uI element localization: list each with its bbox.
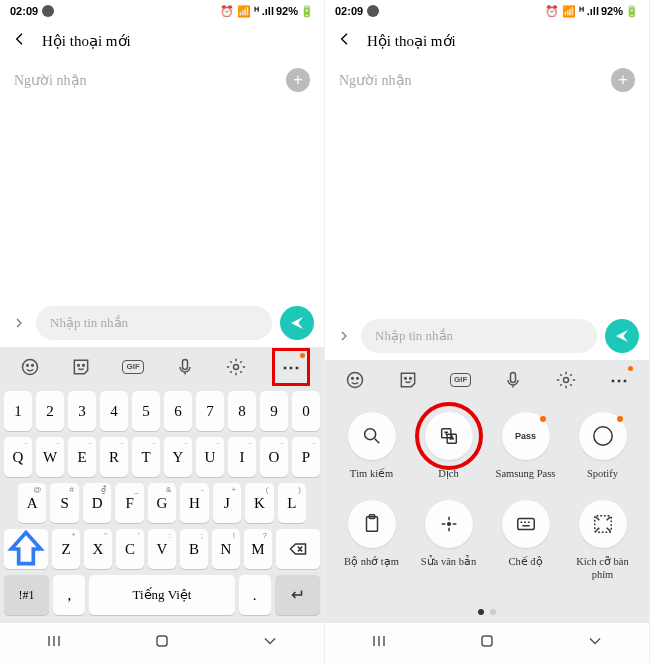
key-A[interactable]: A@ [18, 483, 46, 523]
symbol-key[interactable]: !#1 [4, 575, 49, 615]
nav-back[interactable] [585, 631, 605, 655]
enter-key[interactable] [275, 575, 320, 615]
page-dot-1[interactable] [478, 609, 484, 615]
add-recipient-button[interactable]: + [611, 68, 635, 92]
space-key[interactable]: Tiếng Việt [89, 575, 234, 615]
grid-item-spotify[interactable]: Spotify [569, 412, 637, 481]
key-9[interactable]: 9 [260, 391, 288, 431]
key-2[interactable]: 2 [36, 391, 64, 431]
key-J[interactable]: J+ [213, 483, 241, 523]
more-icon[interactable]: ⋯ [272, 348, 310, 386]
nav-back[interactable] [260, 631, 280, 655]
key-P[interactable]: P· [292, 437, 320, 477]
back-icon[interactable] [12, 31, 28, 51]
svg-rect-7 [157, 636, 167, 646]
comma-key[interactable]: , [53, 575, 85, 615]
page-dot-2[interactable] [490, 609, 496, 615]
header: Hội thoại mới [325, 22, 649, 60]
emoji-icon[interactable] [339, 364, 371, 396]
mic-icon[interactable] [497, 364, 529, 396]
key-M[interactable]: M? [244, 529, 272, 569]
settings-icon[interactable] [550, 364, 582, 396]
grid-item-text-edit[interactable]: Sửa văn bản [415, 500, 483, 581]
key-0[interactable]: 0 [292, 391, 320, 431]
gif-icon[interactable]: GIF [117, 351, 149, 383]
grid-item-kb-size[interactable]: Kích cỡ bàn phím [569, 500, 637, 581]
status-bar: 02:09 ⏰ 📶 ᴴ .ıll 92%🔋 [0, 0, 324, 22]
keyboard: 1234567890 Q·W·E·R·T·Y·U·I·O·P· A@S#D₫F_… [0, 387, 324, 623]
grid-item-samsung-pass[interactable]: PassSamsung Pass [492, 412, 560, 481]
gif-icon[interactable]: GIF [445, 364, 477, 396]
clipboard-icon [348, 500, 396, 548]
grid-item-translate[interactable]: Dịch [415, 412, 483, 481]
key-8[interactable]: 8 [228, 391, 256, 431]
nav-recents[interactable] [44, 631, 64, 655]
key-H[interactable]: H- [180, 483, 208, 523]
message-input[interactable]: Nhập tin nhắn [36, 306, 272, 340]
back-icon[interactable] [337, 31, 353, 51]
key-S[interactable]: S# [50, 483, 78, 523]
settings-icon[interactable] [220, 351, 252, 383]
period-key[interactable]: . [239, 575, 271, 615]
key-U[interactable]: U· [196, 437, 224, 477]
key-N[interactable]: N! [212, 529, 240, 569]
key-6[interactable]: 6 [164, 391, 192, 431]
svg-point-6 [234, 365, 239, 370]
nav-recents[interactable] [369, 631, 389, 655]
key-7[interactable]: 7 [196, 391, 224, 431]
key-L[interactable]: L) [278, 483, 306, 523]
mic-icon[interactable] [169, 351, 201, 383]
nav-home[interactable] [477, 631, 497, 655]
key-Q[interactable]: Q· [4, 437, 32, 477]
nav-home[interactable] [152, 631, 172, 655]
grid-item-clipboard[interactable]: Bộ nhớ tạm [338, 500, 406, 581]
compose-bar: Nhập tin nhắn [0, 299, 324, 347]
pager [333, 609, 641, 615]
key-B[interactable]: B; [180, 529, 208, 569]
grid-label: Bộ nhớ tạm [344, 556, 399, 569]
key-5[interactable]: 5 [132, 391, 160, 431]
shift-key[interactable] [4, 529, 48, 569]
recipient-placeholder[interactable]: Người nhận [14, 72, 87, 89]
svg-point-1 [26, 365, 28, 367]
add-recipient-button[interactable]: + [286, 68, 310, 92]
key-4[interactable]: 4 [100, 391, 128, 431]
expand-icon[interactable] [335, 330, 353, 342]
svg-point-2 [31, 365, 33, 367]
phone-right: 02:09 ⏰ 📶 ᴴ .ıll 92%🔋 Hội thoại mới Ngườ… [325, 0, 650, 663]
key-V[interactable]: V: [148, 529, 176, 569]
key-Y[interactable]: Y· [164, 437, 192, 477]
grid-item-mode[interactable]: Chế độ [492, 500, 560, 581]
sticker-icon[interactable] [65, 351, 97, 383]
key-F[interactable]: F_ [115, 483, 143, 523]
send-button[interactable] [280, 306, 314, 340]
message-input[interactable]: Nhập tin nhắn [361, 319, 597, 353]
mode-icon [502, 500, 550, 548]
key-W[interactable]: W· [36, 437, 64, 477]
status-app-icon [42, 5, 54, 17]
sticker-icon[interactable] [392, 364, 424, 396]
recipient-placeholder[interactable]: Người nhận [339, 72, 412, 89]
key-R[interactable]: R· [100, 437, 128, 477]
key-3[interactable]: 3 [68, 391, 96, 431]
key-G[interactable]: G& [148, 483, 176, 523]
key-X[interactable]: X" [84, 529, 112, 569]
expand-icon[interactable] [10, 317, 28, 329]
key-T[interactable]: T· [132, 437, 160, 477]
grid-item-search[interactable]: Tìm kiếm [338, 412, 406, 481]
key-O[interactable]: O· [260, 437, 288, 477]
key-D[interactable]: D₫ [83, 483, 111, 523]
key-E[interactable]: E· [68, 437, 96, 477]
key-Z[interactable]: Z* [52, 529, 80, 569]
backspace-key[interactable] [276, 529, 320, 569]
key-C[interactable]: C' [116, 529, 144, 569]
grid-label: Dịch [438, 468, 459, 481]
more-icon[interactable]: ⋯ [603, 364, 635, 396]
send-button[interactable] [605, 319, 639, 353]
emoji-icon[interactable] [14, 351, 46, 383]
svg-point-12 [410, 377, 412, 379]
key-K[interactable]: K( [245, 483, 273, 523]
key-I[interactable]: I· [228, 437, 256, 477]
compose-bar: Nhập tin nhắn [325, 312, 649, 360]
key-1[interactable]: 1 [4, 391, 32, 431]
